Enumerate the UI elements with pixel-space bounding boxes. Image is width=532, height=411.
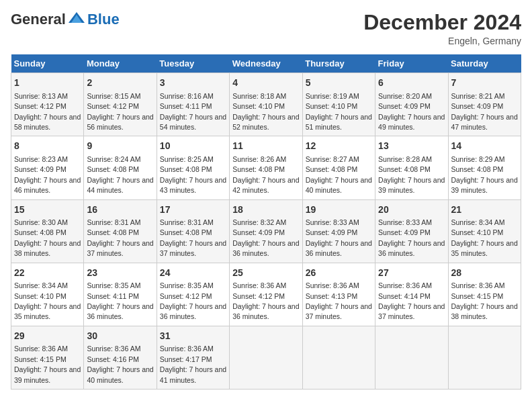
title-area: December 2024 Engeln, Germany bbox=[363, 11, 521, 46]
day-number: 19 bbox=[306, 203, 372, 217]
calendar-cell: 20Sunrise: 8:33 AMSunset: 4:09 PMDayligh… bbox=[375, 199, 448, 263]
day-info: Sunrise: 8:36 AMSunset: 4:17 PMDaylight:… bbox=[160, 345, 226, 383]
col-sunday: Sunday bbox=[11, 54, 84, 73]
day-number: 9 bbox=[87, 140, 153, 153]
day-number: 27 bbox=[378, 267, 445, 280]
day-info: Sunrise: 8:31 AMSunset: 4:08 PMDaylight:… bbox=[87, 218, 153, 257]
day-number: 21 bbox=[451, 203, 518, 217]
day-info: Sunrise: 8:21 AMSunset: 4:09 PMDaylight:… bbox=[451, 92, 518, 131]
day-number: 1 bbox=[14, 77, 81, 90]
calendar-cell: 7Sunrise: 8:21 AMSunset: 4:09 PMDaylight… bbox=[448, 73, 521, 136]
day-info: Sunrise: 8:24 AMSunset: 4:08 PMDaylight:… bbox=[87, 155, 153, 194]
day-info: Sunrise: 8:26 AMSunset: 4:08 PMDaylight:… bbox=[232, 155, 299, 194]
day-number: 18 bbox=[232, 203, 299, 217]
calendar-cell bbox=[448, 326, 521, 389]
logo: General Blue bbox=[11, 11, 120, 28]
day-info: Sunrise: 8:13 AMSunset: 4:12 PMDaylight:… bbox=[14, 92, 81, 131]
day-number: 15 bbox=[14, 203, 81, 217]
calendar-cell: 1Sunrise: 8:13 AMSunset: 4:12 PMDaylight… bbox=[11, 73, 84, 136]
day-number: 26 bbox=[306, 267, 372, 280]
day-info: Sunrise: 8:15 AMSunset: 4:12 PMDaylight:… bbox=[87, 92, 153, 131]
day-info: Sunrise: 8:16 AMSunset: 4:11 PMDaylight:… bbox=[160, 92, 226, 131]
day-info: Sunrise: 8:36 AMSunset: 4:15 PMDaylight:… bbox=[14, 345, 81, 383]
calendar-cell: 13Sunrise: 8:28 AMSunset: 4:08 PMDayligh… bbox=[375, 136, 448, 199]
day-info: Sunrise: 8:32 AMSunset: 4:09 PMDaylight:… bbox=[232, 218, 299, 257]
col-monday: Monday bbox=[84, 54, 157, 73]
calendar-cell: 9Sunrise: 8:24 AMSunset: 4:08 PMDaylight… bbox=[84, 136, 157, 199]
day-number: 22 bbox=[14, 267, 81, 280]
calendar-cell: 8Sunrise: 8:23 AMSunset: 4:09 PMDaylight… bbox=[11, 136, 84, 199]
col-tuesday: Tuesday bbox=[157, 54, 229, 73]
logo-icon bbox=[67, 11, 86, 26]
col-wednesday: Wednesday bbox=[230, 54, 302, 73]
calendar-cell: 22Sunrise: 8:34 AMSunset: 4:10 PMDayligh… bbox=[11, 263, 84, 326]
col-friday: Friday bbox=[375, 54, 448, 73]
calendar-cell: 25Sunrise: 8:36 AMSunset: 4:12 PMDayligh… bbox=[230, 263, 302, 326]
week-row-3: 15Sunrise: 8:30 AMSunset: 4:08 PMDayligh… bbox=[11, 199, 521, 263]
calendar-cell: 12Sunrise: 8:27 AMSunset: 4:08 PMDayligh… bbox=[302, 136, 375, 199]
week-row-2: 8Sunrise: 8:23 AMSunset: 4:09 PMDaylight… bbox=[11, 136, 521, 199]
day-number: 20 bbox=[378, 203, 445, 217]
day-number: 28 bbox=[451, 267, 518, 280]
day-info: Sunrise: 8:36 AMSunset: 4:15 PMDaylight:… bbox=[451, 281, 518, 320]
day-number: 30 bbox=[87, 330, 153, 343]
day-info: Sunrise: 8:29 AMSunset: 4:08 PMDaylight:… bbox=[451, 155, 518, 194]
day-number: 17 bbox=[160, 203, 226, 217]
week-row-4: 22Sunrise: 8:34 AMSunset: 4:10 PMDayligh… bbox=[11, 263, 521, 326]
calendar-cell bbox=[230, 326, 302, 389]
day-info: Sunrise: 8:33 AMSunset: 4:09 PMDaylight:… bbox=[306, 218, 372, 257]
day-number: 7 bbox=[451, 77, 518, 90]
day-number: 29 bbox=[14, 330, 81, 343]
day-info: Sunrise: 8:30 AMSunset: 4:08 PMDaylight:… bbox=[14, 218, 81, 257]
calendar-cell: 18Sunrise: 8:32 AMSunset: 4:09 PMDayligh… bbox=[230, 199, 302, 263]
calendar-cell bbox=[302, 326, 375, 389]
calendar-cell: 30Sunrise: 8:36 AMSunset: 4:16 PMDayligh… bbox=[84, 326, 157, 389]
main-title: December 2024 bbox=[363, 11, 521, 34]
day-number: 8 bbox=[14, 140, 81, 153]
day-info: Sunrise: 8:25 AMSunset: 4:08 PMDaylight:… bbox=[160, 155, 226, 194]
day-info: Sunrise: 8:27 AMSunset: 4:08 PMDaylight:… bbox=[306, 155, 372, 194]
logo-blue-text: Blue bbox=[87, 11, 120, 28]
week-row-5: 29Sunrise: 8:36 AMSunset: 4:15 PMDayligh… bbox=[11, 326, 521, 389]
header-row: Sunday Monday Tuesday Wednesday Thursday… bbox=[11, 54, 521, 73]
day-info: Sunrise: 8:36 AMSunset: 4:13 PMDaylight:… bbox=[306, 281, 372, 320]
calendar-cell: 23Sunrise: 8:35 AMSunset: 4:11 PMDayligh… bbox=[84, 263, 157, 326]
subtitle: Engeln, Germany bbox=[363, 36, 521, 46]
week-row-1: 1Sunrise: 8:13 AMSunset: 4:12 PMDaylight… bbox=[11, 73, 521, 136]
day-info: Sunrise: 8:31 AMSunset: 4:08 PMDaylight:… bbox=[160, 218, 226, 257]
calendar-cell: 26Sunrise: 8:36 AMSunset: 4:13 PMDayligh… bbox=[302, 263, 375, 326]
day-info: Sunrise: 8:19 AMSunset: 4:10 PMDaylight:… bbox=[306, 92, 372, 131]
day-info: Sunrise: 8:36 AMSunset: 4:14 PMDaylight:… bbox=[378, 281, 445, 320]
day-info: Sunrise: 8:23 AMSunset: 4:09 PMDaylight:… bbox=[14, 155, 81, 194]
day-info: Sunrise: 8:36 AMSunset: 4:16 PMDaylight:… bbox=[87, 345, 153, 383]
calendar-cell: 28Sunrise: 8:36 AMSunset: 4:15 PMDayligh… bbox=[448, 263, 521, 326]
calendar-cell: 15Sunrise: 8:30 AMSunset: 4:08 PMDayligh… bbox=[11, 199, 84, 263]
calendar-cell: 29Sunrise: 8:36 AMSunset: 4:15 PMDayligh… bbox=[11, 326, 84, 389]
day-number: 13 bbox=[378, 140, 445, 153]
day-info: Sunrise: 8:18 AMSunset: 4:10 PMDaylight:… bbox=[232, 92, 299, 131]
calendar-table: Sunday Monday Tuesday Wednesday Thursday… bbox=[11, 54, 521, 390]
calendar-cell: 5Sunrise: 8:19 AMSunset: 4:10 PMDaylight… bbox=[302, 73, 375, 136]
calendar-cell: 21Sunrise: 8:34 AMSunset: 4:10 PMDayligh… bbox=[448, 199, 521, 263]
day-info: Sunrise: 8:35 AMSunset: 4:11 PMDaylight:… bbox=[87, 281, 153, 320]
day-info: Sunrise: 8:33 AMSunset: 4:09 PMDaylight:… bbox=[378, 218, 445, 257]
calendar-cell bbox=[375, 326, 448, 389]
day-number: 24 bbox=[160, 267, 226, 280]
col-saturday: Saturday bbox=[448, 54, 521, 73]
day-number: 10 bbox=[160, 140, 226, 153]
page-header: General Blue December 2024 Engeln, Germa… bbox=[11, 11, 521, 46]
calendar-cell: 2Sunrise: 8:15 AMSunset: 4:12 PMDaylight… bbox=[84, 73, 157, 136]
day-number: 6 bbox=[378, 77, 445, 90]
day-number: 16 bbox=[87, 203, 153, 217]
day-number: 12 bbox=[306, 140, 372, 153]
calendar-cell: 19Sunrise: 8:33 AMSunset: 4:09 PMDayligh… bbox=[302, 199, 375, 263]
day-number: 2 bbox=[87, 77, 153, 90]
logo-general-text: General bbox=[11, 11, 66, 28]
day-number: 31 bbox=[160, 330, 226, 343]
calendar-cell: 11Sunrise: 8:26 AMSunset: 4:08 PMDayligh… bbox=[230, 136, 302, 199]
calendar-cell: 27Sunrise: 8:36 AMSunset: 4:14 PMDayligh… bbox=[375, 263, 448, 326]
calendar-cell: 17Sunrise: 8:31 AMSunset: 4:08 PMDayligh… bbox=[157, 199, 229, 263]
calendar-cell: 10Sunrise: 8:25 AMSunset: 4:08 PMDayligh… bbox=[157, 136, 229, 199]
day-info: Sunrise: 8:35 AMSunset: 4:12 PMDaylight:… bbox=[160, 281, 226, 320]
day-number: 5 bbox=[306, 77, 372, 90]
